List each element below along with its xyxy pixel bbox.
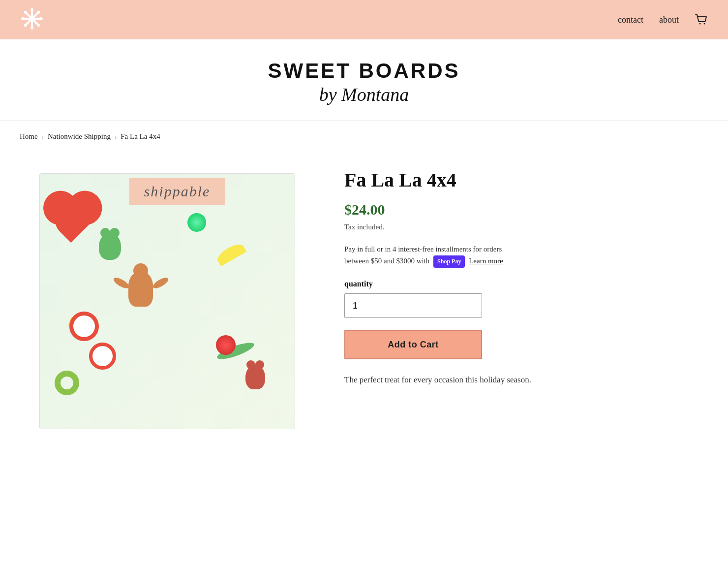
hard-candy-red	[216, 335, 236, 355]
product-price: $24.00	[344, 201, 689, 218]
svg-point-4	[30, 8, 33, 11]
svg-point-8	[24, 11, 27, 14]
nav-contact[interactable]: contact	[618, 15, 643, 25]
banana-gummy-1	[215, 241, 246, 267]
tax-note: Tax included.	[344, 223, 689, 231]
product-description: The perfect treat for every occasion thi…	[344, 373, 600, 386]
gummy-bear-green-1	[99, 233, 121, 260]
svg-point-7	[39, 17, 42, 20]
product-section: shippable	[20, 149, 708, 459]
learn-more-link[interactable]: Learn more	[469, 257, 503, 265]
brand-title-bottom: by Montana	[10, 84, 718, 105]
hard-candy-green	[187, 213, 206, 232]
breadcrumb-category[interactable]: Nationwide Shipping	[48, 132, 111, 141]
shippable-badge: shippable	[129, 178, 225, 205]
breadcrumb-sep-1: ›	[42, 133, 44, 141]
gingerbread-arm-left	[112, 276, 130, 290]
brand-section: SWEET BOARDS by Montana	[0, 39, 728, 121]
product-details: Fa La La 4x4 $24.00 Tax included. Pay in…	[344, 158, 689, 386]
product-image-wrapper: shippable	[39, 158, 315, 429]
gummy-ring	[55, 371, 79, 395]
svg-point-5	[30, 26, 33, 29]
svg-point-13	[704, 23, 705, 25]
breadcrumb-current: Fa La La 4x4	[121, 132, 160, 141]
gummy-bear-red	[245, 365, 265, 389]
gingerbread-arm-right	[152, 276, 170, 290]
cart-icon[interactable]	[695, 13, 708, 27]
installment-text-line2: between $50 and $3000 with	[344, 257, 429, 265]
peppermint-2	[89, 343, 116, 370]
breadcrumb-sep-2: ›	[115, 133, 117, 141]
peppermint-1	[69, 312, 99, 341]
svg-point-9	[37, 11, 40, 14]
svg-point-11	[37, 24, 40, 27]
gingerbread-man	[128, 272, 153, 307]
header: contact about	[0, 0, 728, 39]
quantity-label: quantity	[344, 280, 689, 288]
svg-point-10	[24, 24, 27, 27]
logo[interactable]	[20, 6, 44, 33]
header-nav: contact about	[618, 13, 708, 27]
quantity-section: quantity	[344, 280, 689, 318]
breadcrumb-home[interactable]: Home	[20, 132, 38, 141]
installment-text: Pay in full or in 4 interest-free instal…	[344, 243, 689, 268]
svg-point-12	[699, 23, 701, 25]
breadcrumb: Home › Nationwide Shipping › Fa La La 4x…	[0, 121, 728, 149]
nav-about[interactable]: about	[659, 15, 679, 25]
installment-text-line1: Pay in full or in 4 interest-free instal…	[344, 245, 502, 253]
add-to-cart-button[interactable]: Add to Cart	[344, 330, 482, 359]
shop-pay-badge: Shop Pay	[433, 255, 465, 268]
svg-point-6	[22, 17, 25, 20]
brand-title-top: SWEET BOARDS	[10, 59, 718, 83]
product-title: Fa La La 4x4	[344, 168, 689, 191]
product-image	[39, 173, 295, 429]
quantity-input[interactable]	[344, 293, 482, 318]
candy-heart	[48, 196, 95, 243]
candy-scene	[40, 174, 295, 429]
